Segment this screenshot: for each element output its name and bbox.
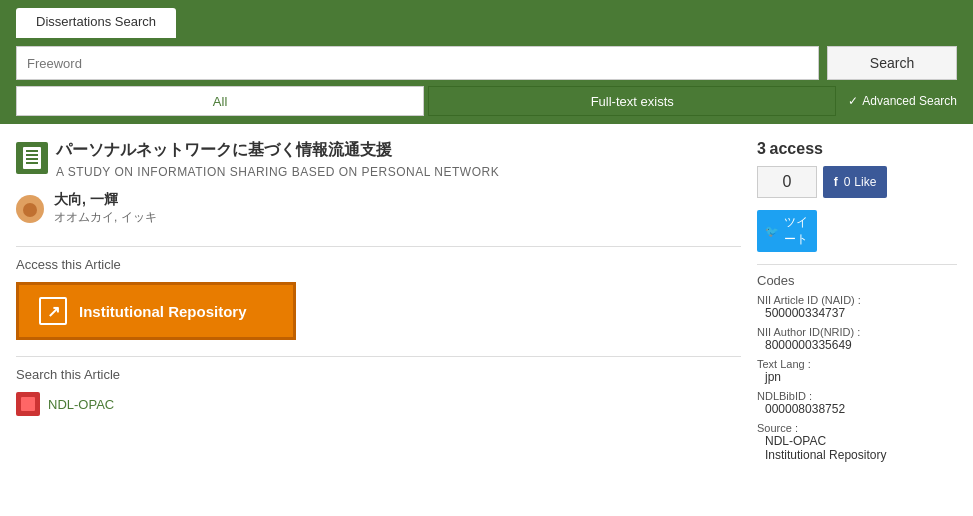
access-label: access (770, 140, 823, 157)
content-left: パーソナルネットワークに基づく情報流通支援 A STUDY ON INFORMA… (16, 140, 741, 468)
divider-1 (16, 246, 741, 247)
ndl-opac-label: NDL-OPAC (48, 397, 114, 412)
search-section-title: Search this Article (16, 367, 741, 382)
like-label: Like (854, 175, 876, 189)
filter-all-button[interactable]: All (16, 86, 424, 116)
document-icon-inner (23, 147, 41, 169)
repo-button-label: Institutional Repository (79, 303, 247, 320)
title-text: パーソナルネットワークに基づく情報流通支援 A STUDY ON INFORMA… (56, 140, 741, 179)
like-count: 0 (844, 175, 851, 189)
ndl-icon-inner (21, 397, 35, 411)
source-value: NDL-OPAC Institutional Repository (757, 434, 957, 462)
title-section: パーソナルネットワークに基づく情報流通支援 A STUDY ON INFORMA… (16, 140, 741, 179)
like-button[interactable]: 0 Like (823, 166, 887, 198)
code-naid: NII Article ID (NAID) : 500000334737 (757, 294, 957, 320)
search-button[interactable]: Search (827, 46, 957, 80)
access-count: 3 access (757, 140, 957, 158)
access-section-title: Access this Article (16, 257, 741, 272)
header-tabs: Dissertations Search (16, 8, 957, 38)
author-section: 大向, 一輝 オオムカイ, イッキ (16, 191, 741, 234)
search-row: Search (16, 38, 957, 86)
author-figure (23, 203, 37, 217)
naid-label: NII Article ID (NAID) : (757, 294, 957, 306)
code-ndlbbid: NDLBibID : 000008038752 (757, 390, 957, 416)
author-name-kana: オオムカイ, イッキ (54, 209, 157, 226)
codes-title: Codes (757, 273, 957, 288)
search-input[interactable] (16, 46, 819, 80)
author-info: 大向, 一輝 オオムカイ, イッキ (54, 191, 157, 226)
textlang-value: jpn (757, 370, 957, 384)
source-label: Source : (757, 422, 957, 434)
naid-value: 500000334737 (757, 306, 957, 320)
tweet-button[interactable]: ツイート (757, 210, 817, 252)
tweet-label: ツイート (783, 214, 809, 248)
ndl-opac-link[interactable]: NDL-OPAC (16, 392, 741, 416)
external-link-icon (39, 297, 67, 325)
nrid-label: NII Author ID(NRID) : (757, 326, 957, 338)
code-source: Source : NDL-OPAC Institutional Reposito… (757, 422, 957, 462)
institutional-repository-button[interactable]: Institutional Repository (16, 282, 296, 340)
filter-fulltext-button[interactable]: Full-text exists (428, 86, 836, 116)
title-japanese: パーソナルネットワークに基づく情報流通支援 (56, 140, 741, 161)
code-textlang: Text Lang : jpn (757, 358, 957, 384)
action-buttons: 0 0 Like (757, 166, 957, 198)
ndl-opac-icon (16, 392, 40, 416)
search-article-section: Search this Article NDL-OPAC (16, 367, 741, 416)
ndlbbid-value: 000008038752 (757, 402, 957, 416)
nrid-value: 8000000335649 (757, 338, 957, 352)
main-content: パーソナルネットワークに基づく情報流通支援 A STUDY ON INFORMA… (0, 124, 973, 468)
access-number: 3 (757, 140, 766, 157)
codes-section: Codes NII Article ID (NAID) : 5000003347… (757, 264, 957, 462)
count-button[interactable]: 0 (757, 166, 817, 198)
title-english: A STUDY ON INFORMATION SHARING BASED ON … (56, 165, 741, 179)
divider-2 (16, 356, 741, 357)
author-avatar (16, 195, 44, 223)
code-nrid: NII Author ID(NRID) : 8000000335649 (757, 326, 957, 352)
author-name-jp: 大向, 一輝 (54, 191, 157, 209)
advanced-search-link[interactable]: Advanced Search (840, 94, 957, 108)
filter-row: All Full-text exists Advanced Search (16, 86, 957, 124)
textlang-label: Text Lang : (757, 358, 957, 370)
social-row: ツイート (757, 210, 957, 252)
header: Dissertations Search Search All Full-tex… (0, 0, 973, 124)
tab-dissertations[interactable]: Dissertations Search (16, 8, 176, 38)
content-right: 3 access 0 0 Like ツイート Codes NII Article… (757, 140, 957, 468)
document-icon (16, 142, 48, 174)
ndlbbid-label: NDLBibID : (757, 390, 957, 402)
